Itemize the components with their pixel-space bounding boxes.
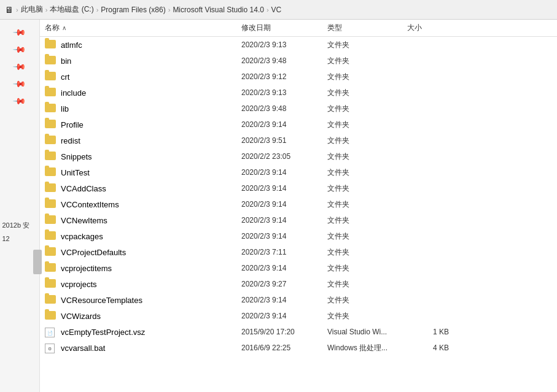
folder-icon [45,72,56,80]
folder-icon [45,183,56,192]
file-date: 2020/2/3 9:14 [241,296,327,304]
file-type: 文件夹 [327,247,407,258]
folder-icon [45,152,56,160]
pin-icon-5[interactable]: 📌 [9,90,30,111]
table-row[interactable]: VCNewItems2020/2/3 9:14文件夹 [40,212,557,228]
breadcrumb-item-1[interactable]: 本地磁盘 (C:) [50,4,93,15]
breadcrumb-item-4[interactable]: VC [271,6,282,14]
file-type: 文件夹 [327,136,407,146]
breadcrumb-item-3[interactable]: Microsoft Visual Studio 14.0 [173,6,264,14]
file-date: 2020/2/3 9:12 [241,72,327,81]
table-row[interactable]: Profile2020/2/3 9:14文件夹 [40,117,557,133]
file-type: 文件夹 [327,183,407,194]
file-date: 2020/2/3 9:48 [241,104,327,113]
table-row[interactable]: VCResourceTemplates2020/2/3 9:14文件夹 [40,292,557,308]
table-row[interactable]: UnitTest2020/2/3 9:14文件夹 [40,164,557,180]
file-date: 2020/2/3 9:14 [241,232,327,240]
vsz-icon: 📄 [45,328,55,337]
file-type: 文件夹 [327,263,407,274]
sort-arrow: ∧ [62,25,66,31]
table-row[interactable]: VCWizards2020/2/3 9:14文件夹 [40,308,557,324]
file-date: 2015/9/20 17:20 [241,328,327,336]
file-name: crt [61,72,241,82]
file-type: 文件夹 [327,167,407,178]
breadcrumb-item-0[interactable]: 此电脑 [21,4,43,15]
file-name: VCResourceTemplates [61,296,241,305]
breadcrumb: 🖥 › 此电脑 › 本地磁盘 (C:) › Program Files (x86… [0,0,557,20]
table-row[interactable]: crt2020/2/3 9:12文件夹 [40,69,557,85]
file-type: 文件夹 [327,311,407,321]
folder-icon [45,247,56,256]
file-rows-container: atlmfc2020/2/3 9:13文件夹bin2020/2/3 9:48文件… [40,37,557,356]
table-row[interactable]: lib2020/2/3 9:48文件夹 [40,101,557,117]
file-name: include [61,88,241,98]
table-row[interactable]: vcprojectitems2020/2/3 9:14文件夹 [40,260,557,276]
file-name: Snippets [61,152,241,161]
file-type: 文件夹 [327,72,407,82]
file-list-area: 名称 ∧ 修改日期 类型 大小 atlmfc2020/2/3 9:13文件夹bi… [40,20,557,392]
file-type: 文件夹 [327,231,407,242]
folder-icon [45,56,56,64]
table-row[interactable]: VCAddClass2020/2/3 9:14文件夹 [40,180,557,196]
file-date: 2020/2/3 9:51 [241,136,327,145]
file-size: 1 KB [407,328,456,336]
folder-icon [45,40,56,48]
table-row[interactable]: VCContextItems2020/2/3 9:14文件夹 [40,196,557,212]
bat-icon: ⚙ [45,344,55,353]
file-name: VCWizards [61,312,241,321]
col-type-label[interactable]: 类型 [327,23,407,33]
file-type: 文件夹 [327,104,407,114]
file-date: 2020/2/3 9:14 [241,216,327,225]
col-date-label[interactable]: 修改日期 [241,23,327,33]
file-date: 2020/2/3 9:14 [241,312,327,320]
file-name: vcprojectitems [61,264,241,273]
file-type: Visual Studio Wi... [327,328,407,336]
table-row[interactable]: ⚙vcvarsall.bat2016/6/9 22:25Windows 批处理.… [40,340,557,356]
file-date: 2020/2/3 7:11 [241,248,327,256]
file-date: 2020/2/3 9:48 [241,56,327,65]
table-row[interactable]: vcpackages2020/2/3 9:14文件夹 [40,228,557,244]
file-type: 文件夹 [327,152,407,162]
file-name: vcEmptyTestProject.vsz [61,328,241,337]
col-size-label[interactable]: 大小 [407,23,456,33]
file-type: 文件夹 [327,88,407,98]
breadcrumb-item-2[interactable]: Program Files (x86) [101,6,165,14]
sep3: › [96,6,99,13]
folder-icon [45,263,56,272]
file-date: 2020/2/3 9:13 [241,88,327,97]
file-name: bin [61,56,241,66]
table-row[interactable]: VCProjectDefaults2020/2/3 7:11文件夹 [40,244,557,260]
folder-icon [45,279,56,288]
table-row[interactable]: include2020/2/3 9:13文件夹 [40,85,557,101]
file-date: 2016/6/9 22:25 [241,344,327,352]
folder-icon [45,120,56,128]
file-type: 文件夹 [327,215,407,226]
file-date: 2020/2/3 9:14 [241,168,327,177]
sidebar: 📌 📌 📌 📌 📌 2012b 安 12 [0,20,40,392]
column-header: 名称 ∧ 修改日期 类型 大小 [40,20,557,37]
col-name-label[interactable]: 名称 [45,23,60,33]
folder-icon [45,104,56,112]
file-date: 2020/2/3 9:13 [241,40,327,49]
sep2: › [45,6,48,13]
table-row[interactable]: Snippets2020/2/2 23:05文件夹 [40,148,557,164]
table-row[interactable]: vcprojects2020/2/3 9:27文件夹 [40,276,557,292]
file-type: 文件夹 [327,56,407,66]
table-row[interactable]: bin2020/2/3 9:48文件夹 [40,53,557,69]
file-date: 2020/2/3 9:27 [241,280,327,288]
folder-icon [45,88,56,96]
folder-icon [45,167,56,176]
table-row[interactable]: redist2020/2/3 9:51文件夹 [40,133,557,148]
file-name: VCNewItems [61,216,241,225]
file-date: 2020/2/3 9:14 [241,184,327,193]
folder-icon [45,215,56,224]
folder-icon [45,295,56,304]
file-name: VCContextItems [61,200,241,209]
folder-icon [45,231,56,240]
sep4: › [168,6,171,13]
file-name: vcprojects [61,280,241,289]
table-row[interactable]: 📄vcEmptyTestProject.vsz2015/9/20 17:20Vi… [40,324,557,340]
table-row[interactable]: atlmfc2020/2/3 9:13文件夹 [40,37,557,53]
file-type: 文件夹 [327,295,407,306]
file-size: 4 KB [407,344,456,352]
